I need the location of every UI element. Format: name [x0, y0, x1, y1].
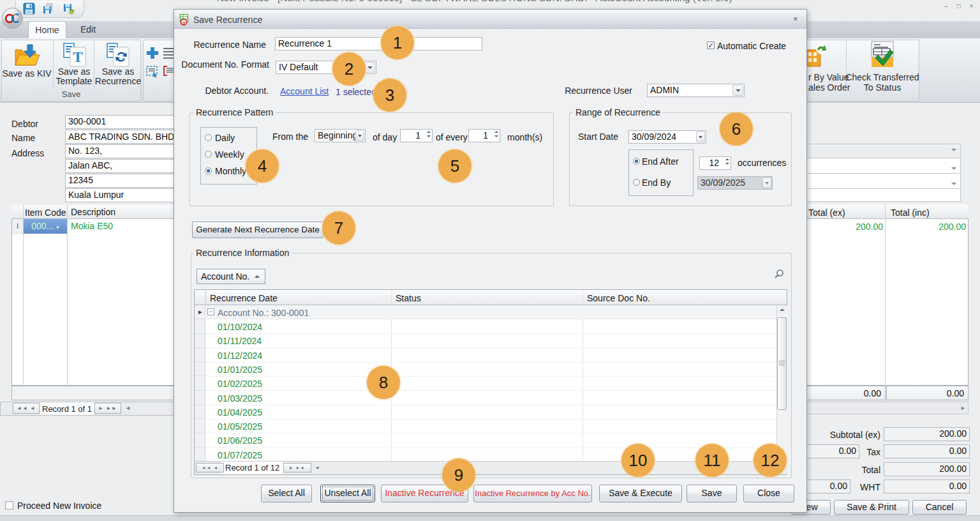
svg-text:a: a	[182, 20, 186, 26]
svg-text:T: T	[73, 49, 83, 65]
